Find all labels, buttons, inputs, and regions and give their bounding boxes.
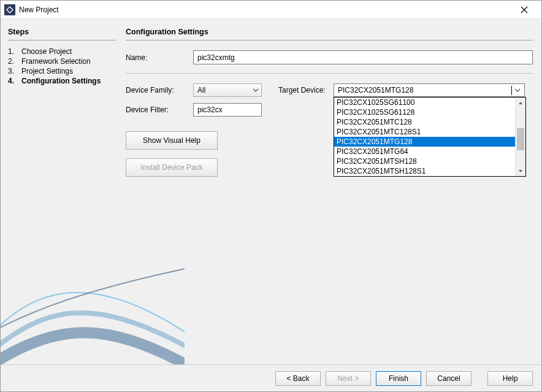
device-family-label: Device Family: — [126, 86, 193, 94]
help-button[interactable]: Help — [487, 371, 533, 386]
steps-list: 1. Choose Project 2. Framework Selection… — [8, 47, 116, 86]
target-device-dropdown-button[interactable] — [512, 85, 523, 96]
device-filter-row: Device Filter: — [126, 103, 264, 117]
step-item-current: 4. Configuration Settings — [8, 76, 116, 86]
steps-divider — [8, 40, 116, 40]
chevron-down-icon — [253, 87, 259, 93]
step-num: 3. — [8, 67, 21, 75]
dropdown-items: PIC32CX1025SG61100 PIC32CX1025SG61128 PI… — [334, 98, 515, 176]
main-divider — [126, 40, 533, 40]
workarea: Steps 1. Choose Project 2. Framework Sel… — [1, 19, 541, 364]
steps-heading: Steps — [8, 28, 116, 36]
show-visual-help-button[interactable]: Show Visual Help — [126, 131, 218, 150]
name-input[interactable] — [193, 50, 533, 64]
scroll-down-icon[interactable] — [516, 166, 525, 176]
footer: < Back Next > Finish Cancel Help — [1, 364, 541, 391]
window-title: New Project — [19, 6, 59, 14]
finish-button[interactable]: Finish — [376, 371, 421, 386]
app-icon — [4, 4, 15, 15]
dropdown-item-selected[interactable]: PIC32CX2051MTG128 — [334, 137, 515, 147]
dropdown-item[interactable]: PIC32CX2051MTG64 — [334, 147, 515, 156]
main-pane: Configuration Settings Name: Device Fami… — [123, 19, 541, 364]
step-num: 1. — [8, 47, 21, 56]
step-num: 4. — [8, 77, 21, 85]
device-filter-label: Device Filter: — [126, 106, 193, 114]
target-device-value: PIC32CX2051MTG128 — [338, 86, 512, 95]
back-button[interactable]: < Back — [275, 371, 321, 386]
dropdown-item[interactable]: PIC32CX2051MTSH128 — [334, 156, 515, 166]
main-heading: Configuration Settings — [126, 28, 533, 36]
target-device-row: Target Device: PIC32CX2051MTG128 PIC32CX… — [278, 83, 525, 97]
device-filter-input[interactable] — [193, 103, 262, 117]
close-button[interactable] — [512, 1, 536, 18]
dropdown-scrollbar[interactable] — [515, 98, 525, 176]
target-device-dropdown: PIC32CX1025SG61100 PIC32CX1025SG61128 PI… — [334, 97, 526, 177]
step-label: Choose Project — [21, 47, 72, 56]
step-item: 3. Project Settings — [8, 66, 116, 76]
scroll-up-icon[interactable] — [516, 98, 525, 108]
dropdown-item[interactable]: PIC32CX2051MTSH128S1 — [334, 166, 515, 176]
cancel-button[interactable]: Cancel — [426, 371, 471, 386]
section-divider — [126, 73, 533, 74]
name-label: Name: — [126, 53, 193, 62]
step-item: 2. Framework Selection — [8, 56, 116, 66]
dropdown-item[interactable]: PIC32CX2051MTC128 — [334, 117, 515, 127]
name-row: Name: — [126, 50, 533, 64]
scrollbar-thumb[interactable] — [517, 128, 524, 150]
device-family-value: All — [197, 86, 253, 94]
dropdown-item[interactable]: PIC32CX2051MTC128S1 — [334, 127, 515, 137]
next-button: Next > — [326, 371, 371, 386]
device-family-row: Device Family: All — [126, 83, 264, 97]
target-device-label: Target Device: — [278, 86, 334, 94]
install-device-pack-button: Install Device Pack — [126, 158, 218, 177]
step-label: Framework Selection — [21, 57, 91, 66]
dropdown-item[interactable]: PIC32CX1025SG61128 — [334, 107, 515, 117]
chevron-down-icon — [514, 87, 521, 93]
target-device-combo[interactable]: PIC32CX2051MTG128 PIC32CX1025SG61100 PIC… — [334, 83, 525, 97]
device-family-combo[interactable]: All — [193, 83, 262, 97]
step-item: 1. Choose Project — [8, 47, 116, 56]
dropdown-item[interactable]: PIC32CX1025SG61100 — [334, 98, 515, 107]
titlebar: New Project — [1, 1, 541, 19]
step-label: Configuration Settings — [21, 77, 101, 85]
step-label: Project Settings — [21, 67, 73, 75]
steps-sidebar: Steps 1. Choose Project 2. Framework Sel… — [1, 19, 123, 364]
step-num: 2. — [8, 57, 21, 66]
